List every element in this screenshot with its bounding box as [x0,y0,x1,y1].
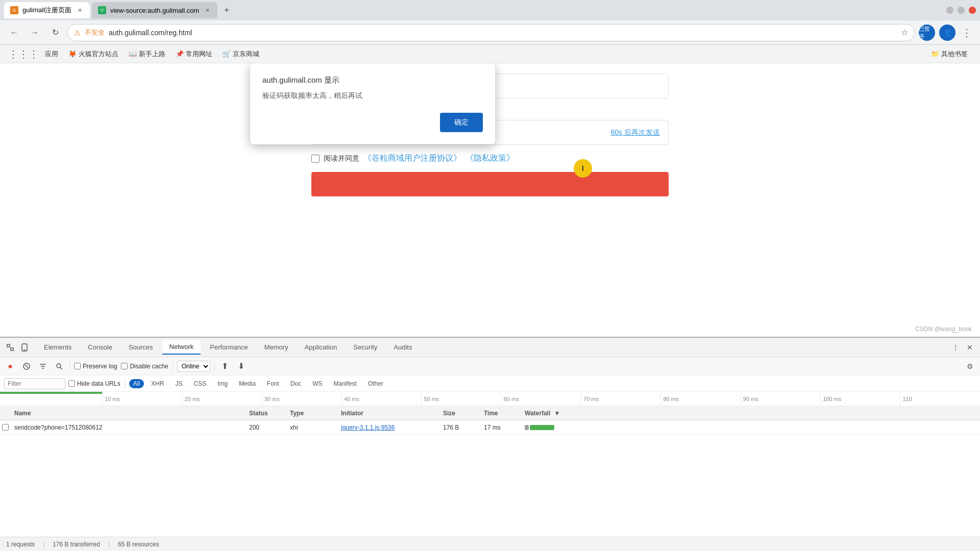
filter-input[interactable] [4,378,65,389]
bookmark-apps[interactable]: 应用 [41,47,62,61]
row-name: sendcode?phone=17512080612 [10,424,245,431]
filter-toggle-button[interactable] [37,360,49,372]
hide-data-urls-label[interactable]: Hide data URLs [68,380,120,387]
back-button[interactable]: ← [6,24,22,41]
title-bar: G gulimall注册页面 ✕ V view-source:auth.guli… [0,0,980,20]
filter-ws-button[interactable]: WS [308,379,326,388]
address-bar[interactable]: ⚠ 不安全 auth.gulimall.com/reg.html ☆ [67,24,915,41]
security-text: 不安全 [85,28,105,37]
url-text[interactable]: auth.gulimall.com/reg.html [109,29,897,37]
profile-button[interactable]: 👤 [939,24,955,41]
minimize-button[interactable] [946,7,953,14]
devtools-inspect-button[interactable] [4,341,16,354]
pause-button[interactable]: 已暂停 [919,24,935,41]
header-waterfall[interactable]: Waterfall ▼ [521,410,980,417]
clear-button[interactable] [20,360,33,372]
devtools-tab-network[interactable]: Network [162,340,201,355]
tick-60ms: 60 ms [501,392,519,406]
header-initiator[interactable]: Initiator [337,410,439,417]
alert-actions: 确定 [262,113,483,132]
table-row[interactable]: sendcode?phone=17512080612 200 xhr jquer… [0,420,980,435]
bookmark-firefox[interactable]: 🦊 火狐官方站点 [64,47,122,61]
devtools-tab-memory[interactable]: Memory [257,340,296,354]
devtools-tab-security[interactable]: Security [346,340,384,354]
filter-font-button[interactable]: Font [263,379,283,388]
bookmark-common[interactable]: 📌 常用网址 [172,47,216,61]
import-button[interactable]: ⬆ [219,360,231,372]
export-button[interactable]: ⬇ [235,360,248,372]
devtools-tab-application[interactable]: Application [298,340,345,354]
devtools-device-button[interactable] [18,341,31,354]
header-status[interactable]: Status [245,410,286,417]
tab-2-favicon: V [98,6,106,14]
security-warning-icon: ⚠ [74,29,81,37]
header-type[interactable]: Type [286,410,337,417]
alert-ok-button[interactable]: 确定 [440,113,483,132]
devtools-tab-elements[interactable]: Elements [37,340,79,354]
filter-doc-button[interactable]: Doc [286,379,305,388]
filter-other-button[interactable]: Other [364,379,387,388]
bookmark-apps-label: 应用 [45,49,58,59]
new-tab-button[interactable]: + [219,3,234,17]
header-time[interactable]: Time [480,410,521,417]
filter-css-button[interactable]: CSS [189,379,210,388]
waterfall-pre-bar [525,425,529,430]
bookmark-jd[interactable]: 🛒 京东商城 [218,47,263,61]
filter-all-button[interactable]: All [129,379,144,388]
more-options-button[interactable]: ⋮ [960,27,974,39]
maximize-button[interactable] [958,7,965,14]
bookmark-star-icon[interactable]: ☆ [901,28,908,37]
header-name[interactable]: Name [10,410,245,417]
initiator-link[interactable]: jquery-3.1.1.js:9536 [341,424,395,431]
preserve-log-checkbox[interactable] [74,363,81,369]
tick-40ms: 40 ms [341,392,359,406]
devtools-tab-sources[interactable]: Sources [121,340,160,354]
tab-2-close[interactable]: ✕ [203,6,211,14]
tab-1[interactable]: G gulimall注册页面 ✕ [4,2,90,18]
apps-icon[interactable]: ⋮⋮⋮ [8,48,39,60]
throttle-select[interactable]: Online [177,361,210,372]
row-select-checkbox[interactable] [2,424,9,431]
network-table: Name Status Type Initiator Size Time Wat… [0,406,980,537]
header-size[interactable]: Size [439,410,480,417]
preserve-log-label[interactable]: Preserve log [74,363,117,370]
tick-70ms: 70 ms [581,392,599,406]
bookmark-others[interactable]: 📁 其他书签 [927,47,972,61]
tick-50ms: 50 ms [421,392,439,406]
search-button[interactable] [53,360,65,372]
row-size: 176 B [439,424,480,431]
devtools-more-button[interactable]: ⋮ [949,341,962,354]
filter-manifest-button[interactable]: Manifest [330,379,361,388]
disable-cache-label[interactable]: Disable cache [121,363,168,370]
settings-button[interactable]: ⚙ [964,360,976,372]
disable-cache-checkbox[interactable] [121,363,128,369]
bookmark-jd-icon: 🛒 [223,50,231,58]
filter-js-button[interactable]: JS [171,379,186,388]
bookmark-jd-label: 京东商城 [233,49,259,59]
svg-rect-0 [7,344,10,347]
svg-rect-1 [11,348,13,350]
record-button[interactable]: ● [4,360,16,372]
row-status: 200 [245,424,286,431]
hide-data-urls-checkbox[interactable] [68,380,75,387]
forward-button[interactable]: → [27,24,43,41]
devtools-close-button[interactable]: ✕ [964,341,976,354]
tab-1-close[interactable]: ✕ [76,6,84,14]
tick-110ms: 110 [900,392,912,406]
filter-media-button[interactable]: Media [235,379,260,388]
devtools-tab-audits[interactable]: Audits [386,340,419,354]
bookmark-newbie[interactable]: 📖 新手上路 [125,47,169,61]
filter-xhr-button[interactable]: XHR [147,379,168,388]
devtools-tab-performance[interactable]: Performance [203,340,255,354]
waterfall-bar-container [525,424,976,431]
filter-img-button[interactable]: Img [213,379,232,388]
tab-2[interactable]: V view-source:auth.gulimall.com ✕ [92,2,217,18]
bookmark-firefox-label: 火狐官方站点 [79,49,118,59]
bookmark-newbie-icon: 📖 [129,50,137,58]
tick-80ms: 80 ms [660,392,678,406]
toolbar-sep-3 [214,361,215,371]
devtools-tab-console[interactable]: Console [81,340,119,354]
close-button[interactable] [969,7,976,14]
timeline-ruler: 10 ms 20 ms 30 ms 40 ms 50 ms 60 ms 70 m… [102,392,980,406]
refresh-button[interactable]: ↻ [47,24,63,41]
